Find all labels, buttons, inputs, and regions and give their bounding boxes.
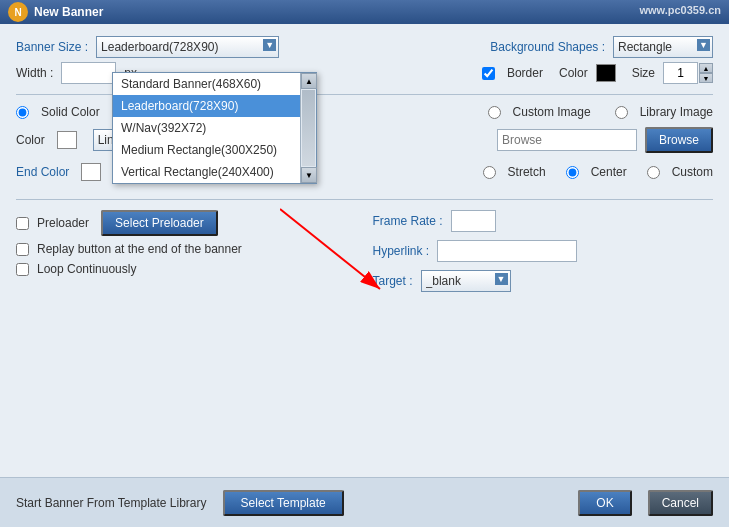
width-label: Width : (16, 66, 53, 80)
title-text: New Banner (34, 5, 103, 19)
dropdown-item-leaderboard[interactable]: Leaderboard(728X90) (113, 95, 300, 117)
banner-size-label: Banner Size : (16, 40, 88, 54)
frame-rate-row: Frame Rate : 24 (373, 210, 714, 232)
loop-label: Loop Continuously (37, 262, 136, 276)
end-color-label: End Color (16, 165, 69, 179)
replay-label: Replay button at the end of the banner (37, 242, 242, 256)
replay-checkbox[interactable] (16, 243, 29, 256)
background-shapes-dropdown-wrapper[interactable]: Rectangle Oval None (613, 36, 713, 58)
center-label: Center (591, 165, 627, 179)
preloader-checkbox[interactable] (16, 217, 29, 230)
dropdown-item-wnav[interactable]: W/Nav(392X72) (113, 117, 300, 139)
target-dropdown-wrapper[interactable]: _blank _self _parent _top (421, 270, 511, 292)
start-banner-label: Start Banner From Template Library (16, 496, 207, 510)
size-down-btn[interactable]: ▼ (699, 73, 713, 83)
hyperlink-row: Hyperlink : http:// (373, 240, 714, 262)
loop-checkbox[interactable] (16, 263, 29, 276)
border-color-swatch[interactable] (596, 64, 616, 82)
custom-label: Custom (672, 165, 713, 179)
library-image-radio[interactable] (615, 106, 628, 119)
dropdown-item-vertical[interactable]: Vertical Rectangle(240X400) (113, 161, 300, 183)
banner-size-row: Banner Size : Standard Banner(468X60) Le… (16, 36, 713, 58)
browse-input[interactable] (497, 129, 637, 151)
border-label: Border (507, 66, 543, 80)
color-label: Color (559, 66, 588, 80)
svg-line-1 (280, 209, 380, 289)
size-input[interactable] (663, 62, 698, 84)
select-preloader-button[interactable]: Select Preloader (101, 210, 218, 236)
select-template-button[interactable]: Select Template (223, 490, 344, 516)
color-label-2: Color (16, 133, 45, 147)
main-color-swatch[interactable] (57, 131, 77, 149)
custom-image-radio[interactable] (488, 106, 501, 119)
custom-image-label: Custom Image (513, 105, 591, 119)
browse-button[interactable]: Browse (645, 127, 713, 153)
bottom-bar: Start Banner From Template Library Selec… (0, 477, 729, 527)
right-col: Frame Rate : 24 Hyperlink : http:// Targ… (373, 210, 714, 300)
size-spinner-btns[interactable]: ▲ ▼ (699, 63, 713, 83)
scroll-down-btn[interactable]: ▼ (301, 167, 317, 183)
background-shapes-select[interactable]: Rectangle Oval None (613, 36, 713, 58)
background-shapes-label: Background Shapes : (490, 40, 605, 54)
target-select[interactable]: _blank _self _parent _top (421, 270, 511, 292)
app-logo: N (8, 2, 28, 22)
size-label: Size (632, 66, 655, 80)
banner-size-select[interactable]: Standard Banner(468X60) Leaderboard(728X… (96, 36, 279, 58)
stretch-radio[interactable] (483, 166, 496, 179)
stretch-label: Stretch (508, 165, 546, 179)
banner-size-dropdown-wrapper[interactable]: Standard Banner(468X60) Leaderboard(728X… (96, 36, 279, 58)
watermark-text: www.pc0359.cn (639, 4, 721, 16)
arrow-svg (280, 199, 400, 299)
border-checkbox[interactable] (482, 67, 495, 80)
banner-size-dropdown-open[interactable]: Standard Banner(468X60) Leaderboard(728X… (112, 72, 317, 184)
scroll-up-btn[interactable]: ▲ (301, 73, 317, 89)
dropdown-item-standard[interactable]: Standard Banner(468X60) (113, 73, 300, 95)
size-up-btn[interactable]: ▲ (699, 63, 713, 73)
size-spinner[interactable]: ▲ ▼ (663, 62, 713, 84)
dropdown-item-medium[interactable]: Medium Rectangle(300X250) (113, 139, 300, 161)
solid-color-radio[interactable] (16, 106, 29, 119)
cancel-button[interactable]: Cancel (648, 490, 713, 516)
preloader-label: Preloader (37, 216, 89, 230)
target-row: Target : _blank _self _parent _top (373, 270, 714, 292)
library-image-label: Library Image (640, 105, 713, 119)
frame-rate-input[interactable]: 24 (451, 210, 496, 232)
title-bar: N New Banner www.pc0359.cn (0, 0, 729, 24)
width-input[interactable] (61, 62, 116, 84)
end-color-swatch[interactable] (81, 163, 101, 181)
ok-button[interactable]: OK (578, 490, 631, 516)
custom-radio[interactable] (647, 166, 660, 179)
center-radio[interactable] (566, 166, 579, 179)
hyperlink-input[interactable]: http:// (437, 240, 577, 262)
arrow-indicator (280, 199, 400, 302)
solid-color-label: Solid Color (41, 105, 100, 119)
main-content: Banner Size : Standard Banner(468X60) Le… (0, 24, 729, 527)
